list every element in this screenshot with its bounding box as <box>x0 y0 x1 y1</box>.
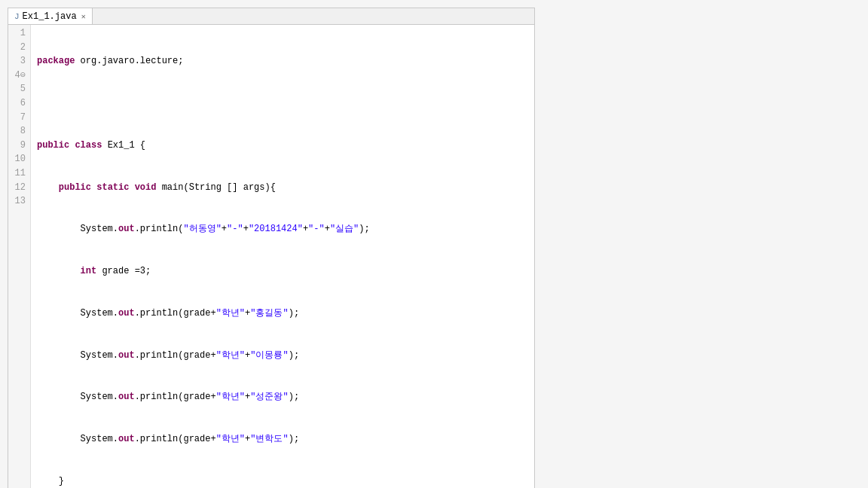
line-numbers: 1 2 3 4⊖ 5 6 7 8 9 10 11 12 13 <box>8 25 31 488</box>
editor-tab-bar: J Ex1_1.java ✕ <box>8 8 534 25</box>
ln-2: 2 <box>11 41 26 55</box>
ln-4: 4⊖ <box>11 69 26 83</box>
editor-panel: J Ex1_1.java ✕ 1 2 3 4⊖ 5 6 7 8 9 10 11 … <box>8 8 535 488</box>
ln-5: 5 <box>11 82 26 96</box>
code-line-1: package org.javaro.lecture; <box>37 54 528 69</box>
ln-9: 9 <box>11 139 26 153</box>
editor-tab[interactable]: J Ex1_1.java ✕ <box>8 8 93 24</box>
code-line-2 <box>37 96 528 111</box>
code-line-8: System.out.println(grade+"학년"+"이몽룡"); <box>37 349 528 363</box>
editor-tab-close[interactable]: ✕ <box>81 12 86 21</box>
java-file-icon: J <box>14 12 20 21</box>
ln-7: 7 <box>11 111 26 125</box>
code-line-10: System.out.println(grade+"학년"+"변학도"); <box>37 432 528 447</box>
editor-tab-label: Ex1_1.java <box>23 11 77 22</box>
code-line-3: public class Ex1_1 { <box>37 139 528 153</box>
code-line-6: int grade =3; <box>37 264 528 279</box>
code-line-11: } <box>37 474 528 488</box>
ln-13: 13 <box>11 194 26 209</box>
ln-11: 11 <box>11 166 26 181</box>
ln-1: 1 <box>11 26 26 41</box>
ln-8: 8 <box>11 124 26 139</box>
ln-12: 12 <box>11 181 26 195</box>
code-line-7: System.out.println(grade+"학년"+"홍길동"); <box>37 307 528 321</box>
ln-6: 6 <box>11 96 26 111</box>
code-text[interactable]: package org.javaro.lecture; public class… <box>31 25 534 488</box>
ln-10: 10 <box>11 152 26 166</box>
code-line-9: System.out.println(grade+"학년"+"성준왕"); <box>37 390 528 404</box>
ln-3: 3 <box>11 54 26 69</box>
code-line-4: public static void main(String [] args){ <box>37 181 528 195</box>
code-editor[interactable]: 1 2 3 4⊖ 5 6 7 8 9 10 11 12 13 package o… <box>8 25 534 488</box>
code-line-5: System.out.println("허동영"+"-"+"20181424"+… <box>37 222 528 236</box>
